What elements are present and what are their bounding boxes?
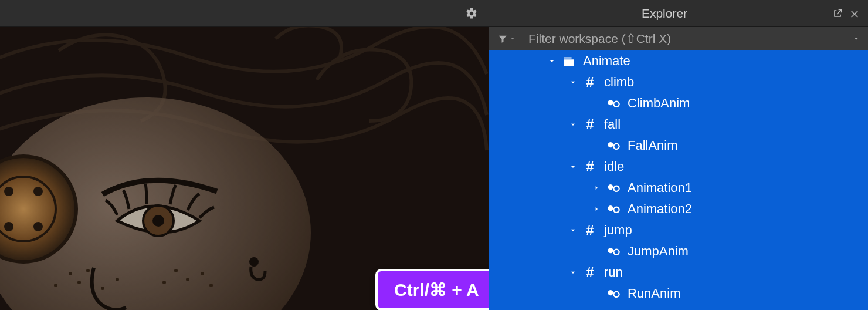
explorer-titlebar: Explorer xyxy=(489,0,868,27)
explorer-title: Explorer xyxy=(497,6,832,21)
local-script-icon xyxy=(562,54,576,68)
svg-point-23 xyxy=(607,99,615,106)
svg-point-34 xyxy=(613,291,621,298)
folder-hash-icon: # xyxy=(583,117,597,132)
tree-item-label: Animate xyxy=(583,53,630,69)
popout-icon[interactable] xyxy=(832,8,843,19)
animation-icon xyxy=(606,139,621,153)
tree-item-label: fall xyxy=(604,117,621,132)
tree-item-fall[interactable]: # fall xyxy=(489,114,868,135)
chevron-down-icon[interactable] xyxy=(568,225,578,235)
explorer-tree[interactable]: Animate # climb ClimbAnim # fall FallA xyxy=(489,50,868,310)
animation-icon xyxy=(606,244,621,258)
tree-item-animation2[interactable]: Animation2 xyxy=(489,198,868,220)
tree-item-climbanim[interactable]: ClimbAnim xyxy=(489,93,868,114)
tree-item-climb[interactable]: # climb xyxy=(489,72,868,93)
folder-hash-icon: # xyxy=(583,75,597,89)
chevron-down-icon[interactable] xyxy=(568,119,578,130)
tree-item-label: run xyxy=(604,265,623,280)
svg-point-32 xyxy=(613,248,621,256)
tree-item-label: RunAnim xyxy=(628,286,680,301)
viewport-panel: Ctrl/⌘ + A xyxy=(0,0,489,310)
svg-point-25 xyxy=(607,141,615,149)
folder-hash-icon: # xyxy=(583,223,597,237)
filter-icon[interactable] xyxy=(497,33,516,44)
tree-item-label: ClimbAnim xyxy=(628,96,690,111)
tree-item-label: FallAnim xyxy=(628,138,678,153)
chevron-down-icon[interactable] xyxy=(568,267,578,278)
chevron-down-icon[interactable] xyxy=(547,56,557,66)
tree-item-label: climb xyxy=(604,75,634,90)
arrow-placeholder xyxy=(591,246,602,257)
svg-point-29 xyxy=(607,204,615,212)
tree-item-label: Animation2 xyxy=(628,201,692,217)
svg-point-31 xyxy=(607,247,615,254)
explorer-panel: Explorer Filter workspace (⇧Ctrl X) Anim… xyxy=(489,0,868,310)
tree-item-label: JumpAnim xyxy=(628,244,689,259)
gear-icon[interactable] xyxy=(465,7,478,20)
chevron-down-icon[interactable] xyxy=(568,77,578,87)
viewport-toolbar xyxy=(0,0,489,27)
arrow-placeholder xyxy=(591,288,602,299)
viewport-canvas[interactable]: Ctrl/⌘ + A xyxy=(0,27,489,310)
animation-icon xyxy=(606,287,621,301)
tree-item-fallanim[interactable]: FallAnim xyxy=(489,135,868,156)
tree-item-idle[interactable]: # idle xyxy=(489,156,868,177)
folder-hash-icon: # xyxy=(583,160,597,174)
chevron-down-icon[interactable] xyxy=(568,161,578,172)
animation-icon xyxy=(606,202,621,216)
tree-item-animate[interactable]: Animate xyxy=(489,50,868,72)
chevron-right-icon[interactable] xyxy=(591,204,602,214)
tree-item-label: Animation1 xyxy=(628,180,692,196)
animation-icon xyxy=(606,181,621,195)
explorer-filterbar[interactable]: Filter workspace (⇧Ctrl X) xyxy=(489,27,868,50)
viewport-artwork xyxy=(0,27,489,310)
shortcut-badge: Ctrl/⌘ + A xyxy=(375,269,489,310)
filter-placeholder: Filter workspace (⇧Ctrl X) xyxy=(528,32,853,46)
close-icon[interactable] xyxy=(849,8,860,19)
arrow-placeholder xyxy=(591,140,602,151)
tree-item-label: jump xyxy=(604,223,632,238)
svg-point-24 xyxy=(613,100,621,108)
tree-item-jumpanim[interactable]: JumpAnim xyxy=(489,241,868,262)
tree-item-animation1[interactable]: Animation1 xyxy=(489,177,868,198)
svg-rect-22 xyxy=(0,27,489,310)
svg-point-27 xyxy=(607,183,615,191)
svg-point-28 xyxy=(613,185,621,193)
chevron-down-icon[interactable] xyxy=(853,35,860,42)
tree-item-label: idle xyxy=(604,159,624,174)
svg-point-33 xyxy=(607,289,615,296)
tree-item-run[interactable]: # run xyxy=(489,262,868,283)
animation-icon xyxy=(606,96,621,110)
tree-item-jump[interactable]: # jump xyxy=(489,220,868,241)
svg-point-30 xyxy=(613,206,621,214)
chevron-right-icon[interactable] xyxy=(591,183,602,193)
arrow-placeholder xyxy=(591,98,602,109)
tree-item-runanim[interactable]: RunAnim xyxy=(489,283,868,304)
folder-hash-icon: # xyxy=(583,265,597,279)
svg-point-26 xyxy=(613,143,621,150)
